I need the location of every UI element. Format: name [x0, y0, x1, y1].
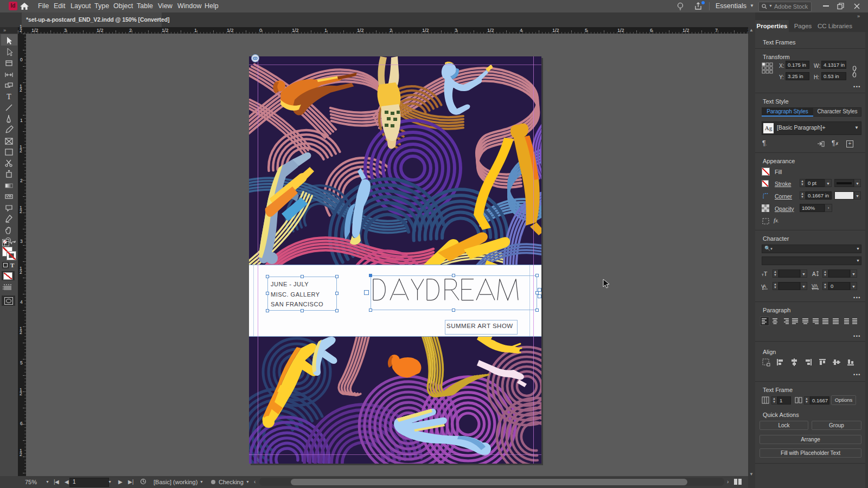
svg-text:T: T — [7, 93, 11, 101]
svg-text:A: A — [812, 271, 816, 277]
svg-text:VA: VA — [812, 283, 818, 288]
svg-text:VA: VA — [761, 284, 766, 289]
